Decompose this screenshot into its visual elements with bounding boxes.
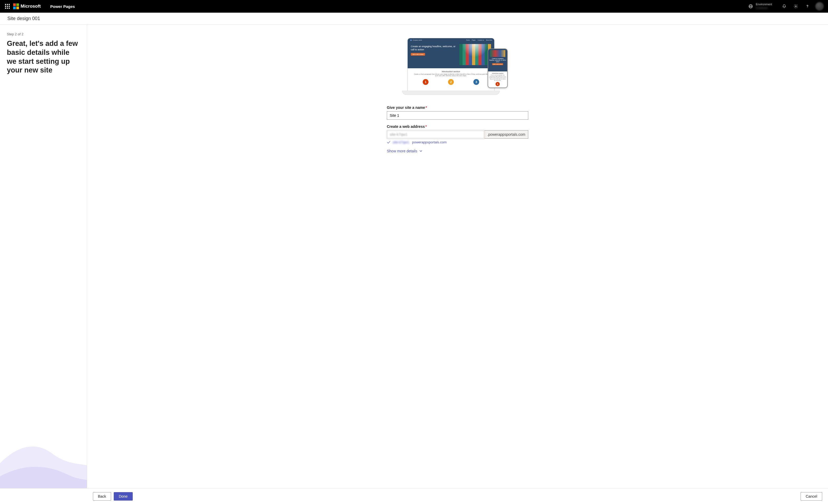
preview-step-2-icon: 2: [448, 79, 454, 85]
settings-button[interactable]: [790, 0, 801, 13]
global-header: Microsoft Power Pages Environment Contos…: [0, 0, 828, 13]
preview-phone-intro-title: Introduction section: [489, 73, 506, 74]
done-button[interactable]: Done: [114, 492, 132, 501]
preview-nav-contact: Contact us: [478, 39, 484, 41]
site-name-input[interactable]: [387, 111, 528, 120]
svg-rect-6: [5, 8, 6, 9]
microsoft-logo-icon: [13, 3, 19, 9]
site-design-title: Site design 001: [7, 16, 40, 21]
site-preview-illustration: Company name Home Pages Contact us More …: [407, 38, 508, 99]
environment-value: Contoso: [756, 6, 772, 10]
site-name-label: Give your site a name*: [387, 105, 528, 110]
back-button[interactable]: Back: [93, 492, 111, 501]
preview-phone-intro-body: Create a short paragraph that shows your…: [489, 74, 506, 81]
web-address-validated: site-k7qw1.powerappsportals.com: [387, 140, 528, 144]
preview-phone-step-1-icon: 1: [496, 82, 500, 86]
wizard-footer: Back Done Cancel: [0, 488, 828, 504]
validated-url-domain: powerappsportals.com: [412, 140, 447, 144]
user-avatar[interactable]: [815, 2, 824, 10]
cancel-button[interactable]: Cancel: [800, 492, 822, 501]
svg-rect-3: [5, 6, 6, 7]
validated-url-prefix: site-k7qw1.: [392, 140, 410, 144]
svg-rect-8: [9, 8, 10, 9]
svg-rect-4: [7, 6, 8, 7]
preview-hero-image: [459, 44, 491, 65]
notifications-button[interactable]: [778, 0, 790, 13]
checkmark-icon: [387, 140, 390, 144]
page-subheader: Site design 001: [0, 13, 828, 25]
app-launcher-button[interactable]: [2, 0, 13, 13]
preview-nav-home: Home: [466, 39, 470, 41]
waffle-icon: [5, 4, 10, 9]
gear-icon: [793, 4, 798, 9]
question-icon: [805, 4, 810, 9]
main-content: Step 2 of 2 Great, let's add a few basic…: [0, 25, 828, 488]
preview-nav-more: More links: [486, 39, 492, 41]
preview-hero-cta: Add a call to action: [411, 53, 425, 56]
svg-point-12: [795, 6, 797, 7]
preview-intro-title: Introduction section: [413, 71, 489, 73]
environment-picker[interactable]: Environment Contoso: [742, 3, 778, 10]
decorative-wave: [0, 422, 87, 488]
svg-rect-7: [7, 8, 8, 9]
svg-rect-0: [5, 4, 6, 5]
preview-step-3-icon: 3: [473, 79, 479, 85]
product-name[interactable]: Power Pages: [50, 4, 75, 9]
show-more-details-toggle[interactable]: Show more details: [387, 149, 528, 153]
help-button[interactable]: [801, 0, 813, 13]
environment-label: Environment: [756, 3, 772, 6]
preview-step-1-icon: 1: [423, 79, 428, 85]
chevron-down-icon: [419, 149, 422, 153]
microsoft-logo[interactable]: Microsoft: [13, 3, 41, 9]
svg-rect-1: [7, 4, 8, 5]
wizard-step-indicator: Step 2 of 2: [7, 32, 80, 36]
wizard-form-panel: Company name Home Pages Contact us More …: [87, 25, 828, 488]
wizard-side-panel: Step 2 of 2 Great, let's add a few basic…: [0, 25, 87, 488]
svg-rect-5: [9, 6, 10, 7]
preview-phone-headline: Create an engaging headline, welcome, or…: [489, 58, 506, 62]
bell-icon: [782, 4, 787, 9]
preview-nav-pages: Pages: [472, 39, 475, 41]
wizard-title: Great, let's add a few basic details whi…: [7, 39, 80, 75]
svg-rect-2: [9, 4, 10, 5]
preview-intro-body: Create a short paragraph that shows your…: [413, 73, 489, 77]
web-address-label: Create a web address*: [387, 125, 528, 129]
preview-phone-cta: Add a call to action: [492, 63, 503, 65]
preview-hero-headline: Create an engaging headline, welcome, or…: [411, 45, 457, 51]
svg-point-13: [807, 7, 808, 8]
environment-icon: [748, 4, 753, 9]
preview-phone-hero-image: [490, 50, 505, 57]
preview-company-name: Company name: [410, 39, 422, 41]
microsoft-wordmark: Microsoft: [20, 4, 41, 9]
web-address-input[interactable]: [387, 130, 485, 139]
web-address-suffix: .powerappsportals.com: [485, 130, 528, 139]
